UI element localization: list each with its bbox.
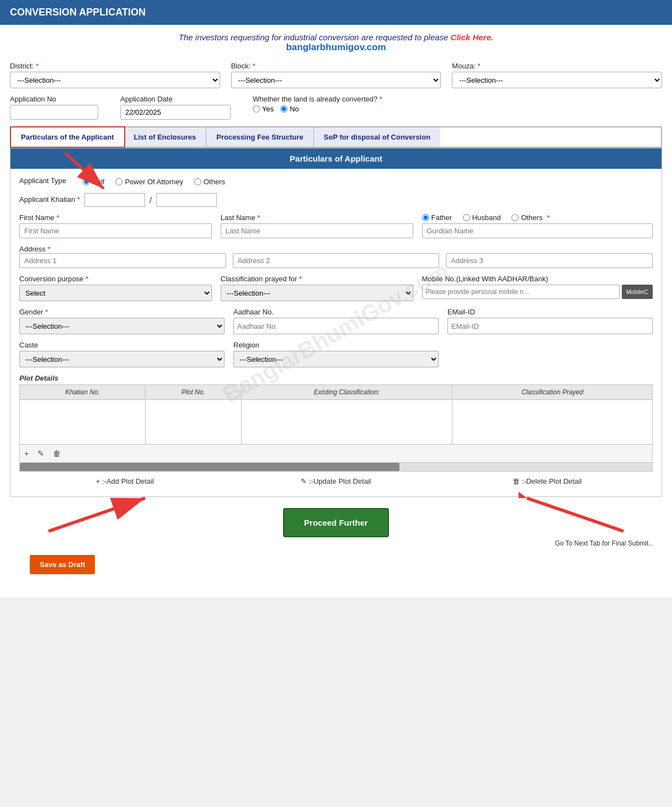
mobile-label: Mobile No.(Linked With AADHAR/Bank) bbox=[422, 275, 653, 283]
gender-label: Gender * bbox=[19, 308, 225, 316]
col-plot: Plot No. bbox=[146, 385, 242, 400]
classification-label: Classification prayed for * bbox=[221, 275, 413, 283]
edit-row-button[interactable]: ✎ bbox=[35, 448, 46, 459]
religion-select[interactable]: ---Selection--- bbox=[233, 351, 439, 367]
guardian-father-option[interactable]: Father bbox=[422, 213, 452, 222]
particulars-header: Particulars of Applicant bbox=[10, 148, 662, 169]
last-name-input[interactable] bbox=[221, 223, 413, 238]
block-group: Block: * ---Selection--- bbox=[231, 62, 441, 88]
guardian-others-radio[interactable] bbox=[511, 214, 519, 221]
khatian-row: Applicant Khatian * / bbox=[19, 193, 653, 207]
app-date-label: Application Date bbox=[120, 95, 242, 103]
district-select[interactable]: ---Selection--- bbox=[10, 72, 220, 88]
address1-input[interactable] bbox=[19, 253, 226, 268]
caste-label: Caste bbox=[19, 341, 225, 349]
whether-converted-label: Whether the land is already converted? * bbox=[253, 95, 662, 103]
page-header: CONVERSION APPLICATION bbox=[0, 0, 672, 25]
khatian-input2[interactable] bbox=[156, 193, 217, 207]
yes-option[interactable]: Yes bbox=[253, 105, 274, 113]
add-row-button[interactable]: + bbox=[22, 448, 31, 459]
tab-enclosures[interactable]: List of Enclosures bbox=[124, 127, 207, 147]
applicant-type-radio-group: Self Power Of Attorney Others bbox=[83, 178, 225, 186]
guardian-name-input[interactable] bbox=[422, 223, 653, 238]
delete-row-button[interactable]: 🗑 bbox=[51, 448, 63, 459]
table-toolbar: + ✎ 🗑 bbox=[19, 445, 653, 463]
classification-select[interactable]: ---Selection--- bbox=[221, 285, 413, 301]
caste-select[interactable]: ---Selection--- bbox=[19, 351, 225, 367]
khatian-input1[interactable] bbox=[84, 193, 145, 207]
click-here-link[interactable]: Click Here. bbox=[451, 33, 494, 42]
type-poa[interactable]: Power Of Attorney bbox=[115, 178, 183, 186]
address-label: Address * bbox=[19, 245, 50, 253]
mobile-check-button[interactable]: MobileC bbox=[622, 285, 653, 299]
religion-label: Religion bbox=[233, 341, 439, 349]
type-poa-radio[interactable] bbox=[115, 178, 122, 185]
yes-radio[interactable] bbox=[253, 105, 260, 113]
cell-khatian bbox=[20, 400, 146, 445]
no-option[interactable]: No bbox=[280, 105, 299, 113]
conv-purpose-select[interactable]: Select bbox=[19, 285, 212, 301]
svg-line-5 bbox=[527, 498, 623, 531]
conv-purpose-group: Conversion purpose * Select bbox=[19, 275, 212, 301]
type-others[interactable]: Others bbox=[194, 178, 225, 186]
plot-table-container: Khatian No. Plot No. Existing Classifica… bbox=[19, 384, 653, 445]
aadhaar-group: Aadhaar No. bbox=[233, 308, 439, 334]
app-no-input[interactable] bbox=[10, 105, 98, 120]
type-self[interactable]: Self bbox=[83, 178, 104, 186]
particulars-body: BanglarBhumiGov.com Applicant Type Self … bbox=[10, 169, 662, 496]
guardian-husband-option[interactable]: Husband bbox=[463, 213, 501, 222]
mobile-input[interactable] bbox=[422, 285, 620, 299]
notice-bar: The investors requesting for industrial … bbox=[0, 25, 672, 56]
table-scrollbar[interactable] bbox=[19, 463, 653, 472]
classification-group: Classification prayed for * ---Selection… bbox=[221, 275, 413, 301]
app-no-label: Application No bbox=[10, 95, 109, 103]
cell-classification bbox=[452, 400, 653, 445]
col-existing: Existing Classification: bbox=[241, 385, 452, 400]
proceed-button[interactable]: Proceed Further bbox=[283, 508, 389, 537]
first-name-label: First Name * bbox=[19, 213, 212, 222]
app-date-input[interactable] bbox=[120, 105, 231, 120]
update-plot-label[interactable]: ✎ :-Update Plot Detail bbox=[231, 477, 442, 485]
app-no-group: Application No bbox=[10, 95, 109, 120]
guardian-label: Father Husband Others * bbox=[422, 213, 653, 222]
aadhaar-input[interactable] bbox=[233, 318, 439, 334]
site-name: banglarbhumigov.com bbox=[6, 42, 666, 53]
first-name-group: First Name * bbox=[19, 213, 212, 238]
tab-applicant[interactable]: Particulars of the Applicant bbox=[10, 126, 125, 148]
cell-existing bbox=[241, 400, 452, 445]
type-self-radio[interactable] bbox=[83, 178, 90, 185]
type-others-radio[interactable] bbox=[194, 178, 201, 185]
plot-details-title: Plot Details bbox=[19, 374, 653, 382]
guardian-husband-radio[interactable] bbox=[463, 214, 470, 221]
block-select[interactable]: ---Selection--- bbox=[231, 72, 441, 88]
go-to-next-text: Go To Next Tab for Final Submit.. bbox=[10, 537, 662, 549]
save-draft-button[interactable]: Save as Draft bbox=[30, 555, 95, 574]
guardian-father-radio[interactable] bbox=[422, 214, 429, 221]
email-input[interactable] bbox=[447, 318, 653, 334]
delete-plot-label[interactable]: 🗑 :-Delete Plot Detail bbox=[441, 477, 653, 485]
whether-radio-group: Yes No bbox=[253, 105, 662, 113]
email-group: EMail-ID bbox=[447, 308, 653, 334]
name-row: First Name * Last Name * Father bbox=[19, 213, 653, 238]
last-name-group: Last Name * bbox=[221, 213, 413, 238]
no-radio[interactable] bbox=[280, 105, 287, 113]
tabs-bar: Particulars of the Applicant List of Enc… bbox=[10, 126, 662, 148]
address2-input[interactable] bbox=[233, 253, 440, 268]
mouza-select[interactable]: ---Selection--- bbox=[452, 72, 662, 88]
last-name-label: Last Name * bbox=[221, 213, 413, 222]
caste-row: Caste ---Selection--- Religion ---Select… bbox=[19, 341, 653, 367]
guardian-others-option[interactable]: Others bbox=[511, 213, 542, 222]
applicant-type-row: Applicant Type Self Power Of Attorney Ot… bbox=[19, 177, 653, 186]
tab-fee[interactable]: Processing Fee Structure bbox=[206, 127, 314, 147]
address3-input[interactable] bbox=[446, 253, 653, 268]
tab-sop[interactable]: SoP for disposal of Conversion bbox=[314, 127, 440, 147]
mobile-group: Mobile No.(Linked With AADHAR/Bank) Mobi… bbox=[422, 275, 653, 301]
plot-actions: + :-Add Plot Detail ✎ :-Update Plot Deta… bbox=[19, 472, 653, 489]
add-plot-label[interactable]: + :-Add Plot Detail bbox=[19, 477, 231, 485]
proceed-section: Proceed Further Go To Next Tab for Final… bbox=[10, 497, 662, 555]
khatian-label: Applicant Khatian * bbox=[19, 195, 80, 204]
first-name-input[interactable] bbox=[19, 223, 212, 238]
gender-select[interactable]: ---Selection--- bbox=[19, 318, 225, 334]
bottom-bar: Save as Draft bbox=[10, 555, 662, 590]
district-label: District: * bbox=[10, 62, 220, 70]
